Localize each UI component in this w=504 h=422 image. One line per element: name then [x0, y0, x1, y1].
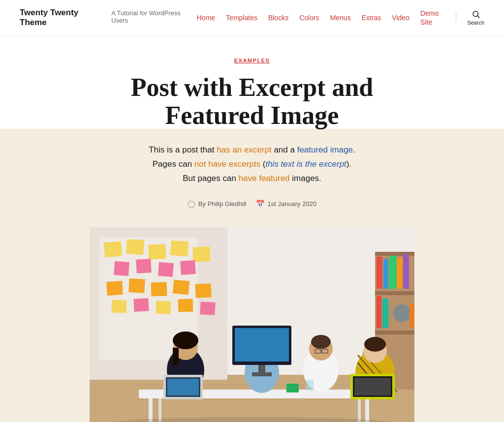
svg-rect-16: [180, 260, 196, 275]
nav-extras[interactable]: Extras: [362, 14, 381, 22]
svg-rect-12: [192, 246, 211, 262]
search-button[interactable]: Search: [467, 10, 484, 26]
search-icon: [472, 10, 480, 19]
svg-point-38: [393, 304, 411, 322]
svg-rect-29: [375, 291, 414, 295]
svg-rect-73: [252, 372, 272, 376]
nav-colors[interactable]: Colors: [299, 14, 319, 22]
brand-area: Twenty Twenty Theme A Tutorial for WordP…: [20, 8, 197, 28]
calendar-icon: 📅: [256, 200, 264, 208]
svg-rect-17: [106, 281, 123, 296]
svg-rect-75: [306, 380, 314, 391]
svg-rect-37: [382, 299, 388, 328]
svg-rect-8: [104, 241, 122, 258]
post-meta: ◯ By Philip Gledhill 📅 1st January 2020: [75, 200, 429, 208]
svg-rect-26: [200, 301, 215, 315]
site-title[interactable]: Twenty Twenty Theme: [20, 8, 105, 28]
svg-rect-18: [128, 278, 145, 293]
svg-rect-74: [286, 384, 299, 392]
author-meta: ◯ By Philip Gledhill: [188, 200, 247, 208]
svg-rect-31: [377, 257, 382, 289]
svg-rect-15: [158, 262, 174, 277]
date-meta: 📅 1st January 2020: [256, 200, 316, 208]
svg-rect-13: [114, 261, 129, 276]
svg-rect-39: [410, 303, 414, 328]
site-tagline: A Tutorial for WordPress Users: [111, 9, 197, 24]
category-label[interactable]: EXAMPLES: [234, 58, 270, 63]
svg-rect-9: [126, 239, 144, 255]
nav-video[interactable]: Video: [392, 14, 410, 22]
svg-point-63: [364, 337, 386, 352]
svg-rect-14: [136, 259, 151, 273]
svg-rect-42: [158, 398, 161, 422]
svg-rect-22: [112, 300, 127, 313]
featured-image: [90, 227, 414, 422]
svg-rect-25: [178, 299, 193, 312]
svg-rect-30: [375, 331, 414, 334]
nav-menus[interactable]: Menus: [330, 14, 351, 22]
post-title: Post with Excerpt and Featured Image: [75, 73, 429, 129]
nav-blocks[interactable]: Blocks: [268, 14, 288, 22]
svg-rect-41: [149, 398, 153, 422]
svg-rect-24: [156, 301, 171, 314]
featured-image-container: This is a featured image: [90, 227, 414, 422]
svg-rect-19: [151, 282, 167, 296]
user-icon: ◯: [188, 200, 195, 208]
excerpt-text: This is a post that has an excerpt and a…: [75, 143, 429, 186]
post-date: 1st January 2020: [267, 200, 316, 208]
svg-rect-34: [397, 258, 402, 289]
svg-point-0: [473, 11, 478, 17]
svg-rect-23: [133, 298, 149, 312]
svg-rect-36: [377, 296, 381, 328]
post-author: By Philip Gledhill: [198, 200, 247, 208]
nav-divider: [456, 12, 456, 22]
svg-rect-33: [389, 256, 396, 289]
svg-rect-43: [365, 398, 369, 422]
svg-rect-21: [195, 283, 211, 298]
svg-rect-20: [173, 280, 189, 295]
svg-rect-10: [148, 244, 166, 259]
nav-templates[interactable]: Templates: [226, 14, 257, 22]
post-header-area: EXAMPLES Post with Excerpt and Featured …: [65, 36, 439, 208]
main-content: EXAMPLES Post with Excerpt and Featured …: [0, 36, 504, 422]
main-nav: Home Templates Blocks Colors Menus Extra…: [197, 9, 484, 27]
svg-rect-32: [383, 259, 388, 289]
site-header: Twenty Twenty Theme A Tutorial for WordP…: [0, 0, 504, 36]
svg-rect-48: [173, 348, 179, 365]
meeting-scene-svg: [90, 227, 414, 422]
svg-rect-71: [235, 328, 289, 362]
svg-point-54: [311, 335, 331, 349]
svg-rect-35: [403, 254, 409, 289]
nav-demo-site[interactable]: Demo Site: [420, 9, 439, 26]
svg-rect-66: [167, 379, 199, 395]
svg-line-1: [477, 16, 479, 18]
svg-rect-44: [358, 398, 361, 422]
svg-rect-69: [354, 378, 391, 395]
search-label: Search: [467, 20, 484, 26]
svg-point-47: [173, 332, 198, 349]
nav-home[interactable]: Home: [197, 14, 215, 22]
svg-rect-11: [170, 241, 189, 256]
